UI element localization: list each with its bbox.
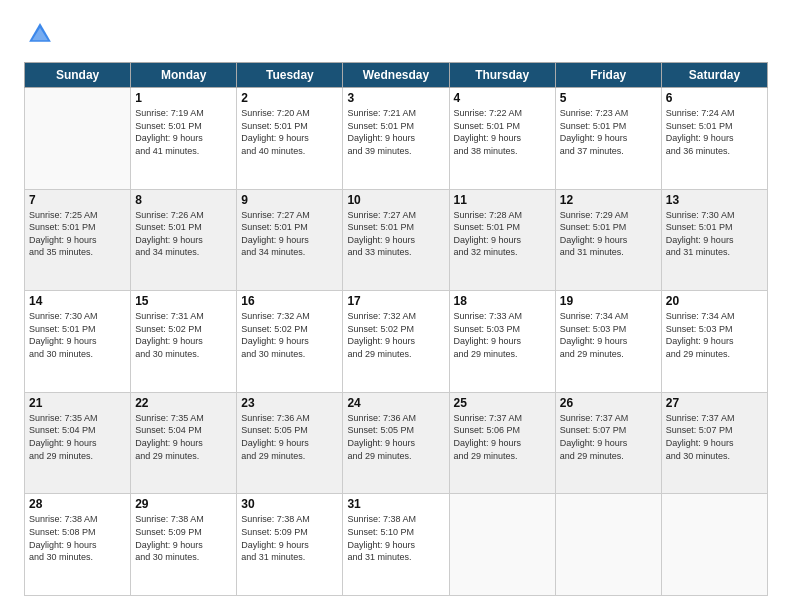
day-header-tuesday: Tuesday xyxy=(237,63,343,88)
day-info: Sunrise: 7:33 AM Sunset: 5:03 PM Dayligh… xyxy=(454,310,551,360)
calendar-cell: 27Sunrise: 7:37 AM Sunset: 5:07 PM Dayli… xyxy=(661,392,767,494)
day-info: Sunrise: 7:26 AM Sunset: 5:01 PM Dayligh… xyxy=(135,209,232,259)
calendar-cell: 10Sunrise: 7:27 AM Sunset: 5:01 PM Dayli… xyxy=(343,189,449,291)
day-info: Sunrise: 7:28 AM Sunset: 5:01 PM Dayligh… xyxy=(454,209,551,259)
calendar-cell: 14Sunrise: 7:30 AM Sunset: 5:01 PM Dayli… xyxy=(25,291,131,393)
calendar-cell: 16Sunrise: 7:32 AM Sunset: 5:02 PM Dayli… xyxy=(237,291,343,393)
day-number: 4 xyxy=(454,91,551,105)
day-number: 10 xyxy=(347,193,444,207)
day-info: Sunrise: 7:35 AM Sunset: 5:04 PM Dayligh… xyxy=(135,412,232,462)
calendar-cell: 23Sunrise: 7:36 AM Sunset: 5:05 PM Dayli… xyxy=(237,392,343,494)
day-info: Sunrise: 7:27 AM Sunset: 5:01 PM Dayligh… xyxy=(347,209,444,259)
calendar-cell: 17Sunrise: 7:32 AM Sunset: 5:02 PM Dayli… xyxy=(343,291,449,393)
day-header-saturday: Saturday xyxy=(661,63,767,88)
calendar-cell xyxy=(449,494,555,596)
logo-icon xyxy=(26,20,54,48)
calendar-cell: 18Sunrise: 7:33 AM Sunset: 5:03 PM Dayli… xyxy=(449,291,555,393)
day-number: 5 xyxy=(560,91,657,105)
day-number: 28 xyxy=(29,497,126,511)
day-header-thursday: Thursday xyxy=(449,63,555,88)
calendar-cell xyxy=(661,494,767,596)
day-info: Sunrise: 7:32 AM Sunset: 5:02 PM Dayligh… xyxy=(347,310,444,360)
day-info: Sunrise: 7:20 AM Sunset: 5:01 PM Dayligh… xyxy=(241,107,338,157)
calendar-cell: 6Sunrise: 7:24 AM Sunset: 5:01 PM Daylig… xyxy=(661,88,767,190)
day-number: 17 xyxy=(347,294,444,308)
day-header-sunday: Sunday xyxy=(25,63,131,88)
calendar-cell: 4Sunrise: 7:22 AM Sunset: 5:01 PM Daylig… xyxy=(449,88,555,190)
day-number: 8 xyxy=(135,193,232,207)
calendar-cell: 11Sunrise: 7:28 AM Sunset: 5:01 PM Dayli… xyxy=(449,189,555,291)
calendar-cell: 21Sunrise: 7:35 AM Sunset: 5:04 PM Dayli… xyxy=(25,392,131,494)
day-info: Sunrise: 7:25 AM Sunset: 5:01 PM Dayligh… xyxy=(29,209,126,259)
day-info: Sunrise: 7:31 AM Sunset: 5:02 PM Dayligh… xyxy=(135,310,232,360)
calendar-cell: 25Sunrise: 7:37 AM Sunset: 5:06 PM Dayli… xyxy=(449,392,555,494)
day-info: Sunrise: 7:34 AM Sunset: 5:03 PM Dayligh… xyxy=(560,310,657,360)
day-info: Sunrise: 7:23 AM Sunset: 5:01 PM Dayligh… xyxy=(560,107,657,157)
calendar-cell xyxy=(555,494,661,596)
calendar-cell: 31Sunrise: 7:38 AM Sunset: 5:10 PM Dayli… xyxy=(343,494,449,596)
calendar-cell: 9Sunrise: 7:27 AM Sunset: 5:01 PM Daylig… xyxy=(237,189,343,291)
day-number: 24 xyxy=(347,396,444,410)
day-number: 27 xyxy=(666,396,763,410)
day-number: 7 xyxy=(29,193,126,207)
day-number: 21 xyxy=(29,396,126,410)
calendar-cell: 26Sunrise: 7:37 AM Sunset: 5:07 PM Dayli… xyxy=(555,392,661,494)
day-number: 13 xyxy=(666,193,763,207)
day-number: 23 xyxy=(241,396,338,410)
day-number: 31 xyxy=(347,497,444,511)
calendar-cell: 1Sunrise: 7:19 AM Sunset: 5:01 PM Daylig… xyxy=(131,88,237,190)
calendar-cell: 20Sunrise: 7:34 AM Sunset: 5:03 PM Dayli… xyxy=(661,291,767,393)
calendar-cell: 24Sunrise: 7:36 AM Sunset: 5:05 PM Dayli… xyxy=(343,392,449,494)
day-info: Sunrise: 7:30 AM Sunset: 5:01 PM Dayligh… xyxy=(666,209,763,259)
day-number: 25 xyxy=(454,396,551,410)
calendar-cell: 3Sunrise: 7:21 AM Sunset: 5:01 PM Daylig… xyxy=(343,88,449,190)
calendar-cell: 5Sunrise: 7:23 AM Sunset: 5:01 PM Daylig… xyxy=(555,88,661,190)
page: SundayMondayTuesdayWednesdayThursdayFrid… xyxy=(0,0,792,612)
day-info: Sunrise: 7:19 AM Sunset: 5:01 PM Dayligh… xyxy=(135,107,232,157)
calendar-cell: 2Sunrise: 7:20 AM Sunset: 5:01 PM Daylig… xyxy=(237,88,343,190)
day-number: 15 xyxy=(135,294,232,308)
day-number: 16 xyxy=(241,294,338,308)
day-info: Sunrise: 7:37 AM Sunset: 5:07 PM Dayligh… xyxy=(560,412,657,462)
calendar-cell: 7Sunrise: 7:25 AM Sunset: 5:01 PM Daylig… xyxy=(25,189,131,291)
calendar-cell: 30Sunrise: 7:38 AM Sunset: 5:09 PM Dayli… xyxy=(237,494,343,596)
calendar-cell: 12Sunrise: 7:29 AM Sunset: 5:01 PM Dayli… xyxy=(555,189,661,291)
day-number: 22 xyxy=(135,396,232,410)
day-info: Sunrise: 7:35 AM Sunset: 5:04 PM Dayligh… xyxy=(29,412,126,462)
day-info: Sunrise: 7:38 AM Sunset: 5:09 PM Dayligh… xyxy=(241,513,338,563)
day-number: 3 xyxy=(347,91,444,105)
day-header-friday: Friday xyxy=(555,63,661,88)
day-info: Sunrise: 7:29 AM Sunset: 5:01 PM Dayligh… xyxy=(560,209,657,259)
day-number: 9 xyxy=(241,193,338,207)
day-number: 29 xyxy=(135,497,232,511)
day-info: Sunrise: 7:30 AM Sunset: 5:01 PM Dayligh… xyxy=(29,310,126,360)
calendar-cell: 15Sunrise: 7:31 AM Sunset: 5:02 PM Dayli… xyxy=(131,291,237,393)
day-info: Sunrise: 7:37 AM Sunset: 5:06 PM Dayligh… xyxy=(454,412,551,462)
day-info: Sunrise: 7:34 AM Sunset: 5:03 PM Dayligh… xyxy=(666,310,763,360)
day-number: 12 xyxy=(560,193,657,207)
day-number: 2 xyxy=(241,91,338,105)
day-header-monday: Monday xyxy=(131,63,237,88)
day-number: 26 xyxy=(560,396,657,410)
calendar-cell: 8Sunrise: 7:26 AM Sunset: 5:01 PM Daylig… xyxy=(131,189,237,291)
day-info: Sunrise: 7:24 AM Sunset: 5:01 PM Dayligh… xyxy=(666,107,763,157)
calendar-cell: 19Sunrise: 7:34 AM Sunset: 5:03 PM Dayli… xyxy=(555,291,661,393)
day-info: Sunrise: 7:38 AM Sunset: 5:09 PM Dayligh… xyxy=(135,513,232,563)
calendar-cell xyxy=(25,88,131,190)
header xyxy=(24,20,768,52)
day-number: 20 xyxy=(666,294,763,308)
day-number: 14 xyxy=(29,294,126,308)
calendar-table: SundayMondayTuesdayWednesdayThursdayFrid… xyxy=(24,62,768,596)
day-info: Sunrise: 7:36 AM Sunset: 5:05 PM Dayligh… xyxy=(347,412,444,462)
day-info: Sunrise: 7:22 AM Sunset: 5:01 PM Dayligh… xyxy=(454,107,551,157)
calendar-cell: 29Sunrise: 7:38 AM Sunset: 5:09 PM Dayli… xyxy=(131,494,237,596)
day-info: Sunrise: 7:38 AM Sunset: 5:08 PM Dayligh… xyxy=(29,513,126,563)
day-info: Sunrise: 7:32 AM Sunset: 5:02 PM Dayligh… xyxy=(241,310,338,360)
day-info: Sunrise: 7:37 AM Sunset: 5:07 PM Dayligh… xyxy=(666,412,763,462)
day-number: 1 xyxy=(135,91,232,105)
day-info: Sunrise: 7:38 AM Sunset: 5:10 PM Dayligh… xyxy=(347,513,444,563)
day-number: 11 xyxy=(454,193,551,207)
day-number: 6 xyxy=(666,91,763,105)
day-header-wednesday: Wednesday xyxy=(343,63,449,88)
day-info: Sunrise: 7:36 AM Sunset: 5:05 PM Dayligh… xyxy=(241,412,338,462)
